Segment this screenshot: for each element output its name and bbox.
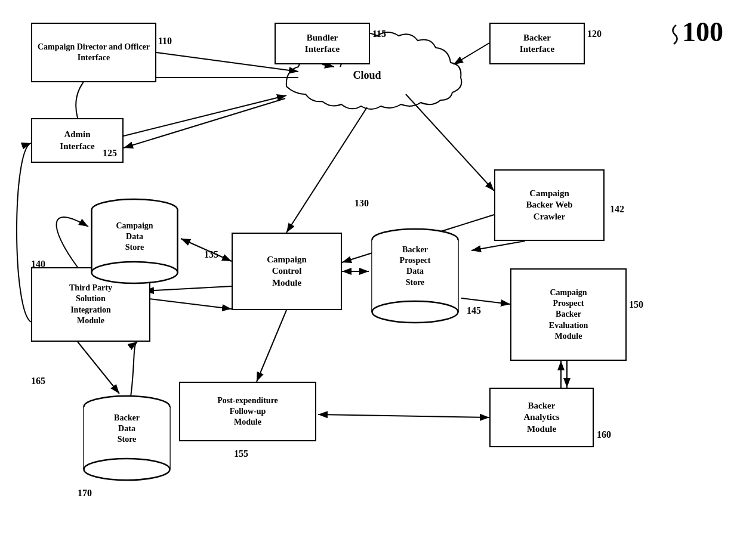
svg-point-29: [92, 262, 178, 283]
campaign-director-box: Campaign Director and Officer Interface: [31, 23, 156, 82]
svg-line-8: [454, 43, 489, 64]
svg-line-21: [318, 414, 489, 417]
bundler-interface-box: BundlerInterface: [275, 23, 370, 64]
campaign-backer-web-crawler-box: CampaignBacker WebCrawler: [494, 169, 605, 241]
ref-110: 110: [158, 36, 172, 47]
third-party-label: Third PartySolutionIntegrationModule: [69, 283, 112, 326]
campaign-director-label: Campaign Director and Officer Interface: [36, 42, 152, 63]
ref-145: 145: [467, 305, 481, 316]
bundler-interface-label: BundlerInterface: [305, 32, 340, 55]
ref-165: 165: [31, 376, 45, 386]
campaign-control-box: CampaignControlModule: [232, 233, 342, 310]
main-ref-container: 100: [658, 19, 723, 51]
svg-line-9: [124, 95, 286, 136]
ref-142: 142: [610, 204, 624, 215]
cloud-label: Cloud: [353, 69, 381, 81]
campaign-prospect-backer-label: CampaignProspectBackerEvaluationModule: [549, 287, 588, 342]
campaign-data-store-cylinder: CampaignDataStore: [88, 197, 181, 285]
campaign-data-store-label: CampaignDataStore: [88, 221, 181, 253]
svg-line-10: [124, 98, 285, 148]
backer-interface-label: BackerInterface: [520, 32, 554, 55]
main-ref-number: 100: [682, 16, 723, 48]
ref-140: 140: [31, 259, 45, 270]
post-expenditure-label: Post-expenditureFollow-upModule: [217, 395, 278, 428]
ref-150: 150: [629, 299, 643, 310]
squiggle-icon: [658, 19, 682, 49]
ref-155: 155: [234, 448, 248, 459]
svg-line-16: [461, 298, 510, 304]
ref-130: 130: [354, 198, 369, 209]
backer-analytics-label: BackerAnalyticsModule: [524, 400, 560, 435]
campaign-prospect-backer-box: CampaignProspectBackerEvaluationModule: [510, 268, 627, 361]
ref-125: 125: [103, 148, 117, 159]
svg-line-6: [322, 64, 334, 67]
ref-160: 160: [597, 429, 611, 440]
admin-interface-label: AdminInterface: [60, 129, 94, 152]
backer-data-store-cylinder: BackerDataStore: [81, 394, 173, 482]
backer-analytics-box: BackerAnalyticsModule: [489, 388, 594, 447]
svg-line-12: [406, 94, 494, 191]
svg-point-39: [84, 459, 170, 480]
svg-point-34: [372, 301, 458, 323]
svg-line-17: [257, 310, 286, 382]
ref-120: 120: [587, 29, 602, 39]
post-expenditure-box: Post-expenditureFollow-upModule: [179, 382, 316, 441]
svg-line-19: [144, 298, 232, 309]
ref-135: 135: [204, 249, 218, 260]
svg-line-20: [78, 342, 119, 394]
backer-data-store-label: BackerDataStore: [81, 413, 173, 445]
backer-prospect-data-store-label: BackerProspectDataStore: [369, 245, 461, 288]
backer-prospect-data-store-cylinder: BackerProspectDataStore: [369, 227, 461, 325]
svg-line-18: [144, 286, 232, 291]
svg-line-11: [286, 107, 367, 233]
diagram-container: Cloud: [0, 0, 740, 560]
ref-115: 115: [372, 29, 386, 39]
ref-170: 170: [78, 488, 92, 499]
campaign-control-label: CampaignControlModule: [267, 254, 307, 289]
campaign-backer-web-crawler-label: CampaignBacker WebCrawler: [526, 188, 572, 223]
backer-interface-box: BackerInterface: [489, 23, 585, 64]
svg-line-13: [471, 241, 525, 250]
